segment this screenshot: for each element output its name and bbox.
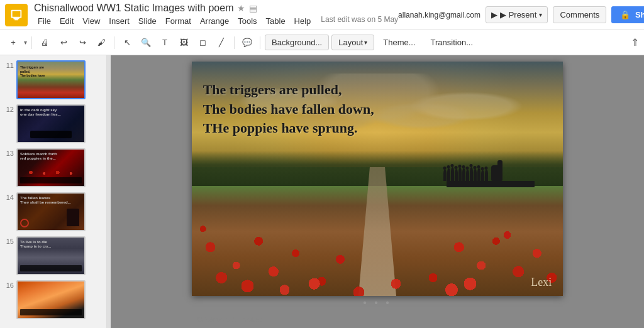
line-button[interactable]: ╱ (213, 35, 230, 51)
theme-label: Theme... (383, 38, 415, 47)
thumb-14-text: The fallen leavesThey shall be remembere… (20, 196, 71, 205)
slide-canvas[interactable]: The triggers are pulled, The bodies have… (192, 62, 563, 296)
thumb-12-text: In the dark night skyone day freedom lie… (20, 108, 61, 117)
slide-thumb-13[interactable]: Soldiers march forthred poppies in the..… (16, 148, 86, 187)
thumb-13-silhouette (20, 177, 82, 183)
slide-thumb-15[interactable]: To live is to dieThump is to cry... (16, 236, 86, 275)
thumb-15-silhouette (20, 265, 82, 271)
background-button[interactable]: Background... (265, 35, 329, 50)
slide-item-16[interactable]: 16 (0, 278, 106, 322)
slide-item-12[interactable]: 12 In the dark night skyone day freedom … (0, 102, 106, 146)
layout-label: Layout (338, 38, 363, 47)
menu-bar: File Edit View Insert Slide Format Arran… (34, 15, 398, 27)
poem-line2: The bodies have fallen down, (203, 100, 374, 119)
thumb-13-poppies (18, 168, 84, 177)
notes-area[interactable]: Click to add notes (192, 311, 563, 328)
menu-view[interactable]: View (79, 15, 104, 27)
present-play-icon: ▶ (491, 10, 497, 19)
poem-line3: THe poppies have sprung. (203, 119, 374, 138)
image-button[interactable]: 🖼 (175, 35, 192, 51)
comment-button[interactable]: 💬 (239, 35, 255, 51)
folder-icon[interactable]: ▤ (249, 3, 257, 13)
present-label: ▶ Present (500, 10, 536, 19)
slide-num-15: 15 (4, 238, 14, 245)
canvas-area: The triggers are pulled, The bodies have… (111, 55, 644, 328)
toolbar-separator-4 (260, 36, 260, 49)
slide-item-11[interactable]: 11 The triggers are pulled, The bodies h… (0, 58, 106, 102)
slide-thumb-12[interactable]: In the dark night skyone day freedom lie… (16, 104, 86, 143)
doc-title-text[interactable]: Chisnallwood WW1 Static Images with poem (34, 3, 233, 14)
layout-button[interactable]: Layout ▾ (331, 35, 374, 50)
toolbar-separator-1 (31, 36, 32, 49)
menu-help[interactable]: Help (291, 15, 315, 27)
svg-rect-3 (14, 19, 18, 20)
slide-thumb-14[interactable]: The fallen leavesThey shall be remembere… (16, 192, 86, 231)
print-button[interactable]: 🖨 (36, 35, 53, 51)
select-button[interactable]: ↖ (119, 35, 135, 51)
zoom-button[interactable]: 🔍 (138, 35, 154, 51)
comments-button[interactable]: Comments (553, 6, 606, 23)
slide-num-12: 12 (4, 106, 14, 113)
share-button[interactable]: 🔒 Share (611, 6, 644, 23)
top-bar: Chisnallwood WW1 Static Images with poem… (0, 0, 644, 30)
menu-file[interactable]: File (34, 15, 55, 27)
poem-text: The triggers are pulled, The bodies have… (203, 80, 374, 138)
menu-arrange[interactable]: Arrange (196, 15, 233, 27)
redo-button[interactable]: ↪ (74, 35, 91, 51)
title-area: Chisnallwood WW1 Static Images with poem… (34, 3, 398, 27)
share-lock-icon: 🔒 (620, 10, 630, 19)
toolbar-separator-3 (234, 36, 235, 49)
add-button[interactable]: + (5, 35, 21, 51)
menu-slide[interactable]: Slide (135, 15, 160, 27)
present-arrow-icon[interactable]: ▾ (539, 11, 542, 18)
toolbar: + ▾ 🖨 ↩ ↪ 🖌 ↖ 🔍 T 🖼 ◻ ╱ 💬 Background... … (0, 30, 644, 55)
scroll-indicator: • • • (363, 297, 392, 309)
slide-item-15[interactable]: 15 To live is to dieThump is to cry... (0, 234, 106, 278)
paint-format-button[interactable]: 🖌 (93, 35, 109, 51)
slide-num-16: 16 (4, 282, 14, 289)
slide-num-14: 14 (4, 194, 14, 201)
slide-num-11: 11 (4, 62, 14, 69)
share-label: Share (635, 10, 644, 19)
slide-item-14[interactable]: 14 The fallen leavesThey shall be rememb… (0, 190, 106, 234)
notes-placeholder[interactable]: Click to add notes (197, 315, 262, 324)
main-area: 11 The triggers are pulled, The bodies h… (0, 55, 644, 328)
doc-title: Chisnallwood WW1 Static Images with poem… (34, 3, 398, 14)
shape-button[interactable]: ◻ (194, 35, 211, 51)
poem-line1: The triggers are pulled, (203, 80, 374, 100)
menu-edit[interactable]: Edit (56, 15, 77, 27)
add-arrow[interactable]: ▾ (24, 39, 27, 46)
menu-insert[interactable]: Insert (105, 15, 133, 27)
top-right-controls: allanah.king@gmail.com ▶ ▶ Present ▾ Com… (398, 6, 644, 23)
expand-toolbar-icon[interactable]: ⇑ (631, 36, 639, 48)
slide-panel[interactable]: 11 The triggers are pulled, The bodies h… (0, 55, 107, 328)
toolbar-separator-2 (114, 36, 114, 49)
last-edit: Last edit was on 5 May (321, 15, 398, 27)
slide-thumb-11[interactable]: The triggers are pulled, The bodies have (16, 60, 86, 99)
slide-num-13: 13 (4, 150, 14, 157)
theme-button[interactable]: Theme... (377, 35, 421, 50)
background-label: Background... (272, 38, 322, 47)
soldiers-group (440, 153, 541, 187)
present-button[interactable]: ▶ ▶ Present ▾ (486, 6, 548, 23)
undo-button[interactable]: ↩ (55, 35, 72, 51)
user-email[interactable]: allanah.king@gmail.com (398, 11, 480, 19)
svg-rect-2 (13, 18, 19, 19)
text-box-button[interactable]: T (157, 35, 173, 51)
slide-item-13[interactable]: 13 Soldiers march forthred poppies in th… (0, 146, 106, 190)
app-icon (5, 4, 28, 26)
layout-caret-icon: ▾ (364, 39, 367, 46)
svg-rect-1 (13, 11, 21, 16)
slide-poppies (192, 174, 563, 296)
menu-tools[interactable]: Tools (234, 15, 260, 27)
slide-author: Lexi (531, 276, 552, 289)
transition-label: Transition... (431, 38, 473, 47)
menu-format[interactable]: Format (162, 15, 195, 27)
thumb-13-text: Soldiers march forthred poppies in the..… (20, 152, 57, 161)
transition-button[interactable]: Transition... (425, 35, 479, 50)
slide-thumb-16[interactable] (16, 280, 86, 319)
thumb-15-text: To live is to dieThump is to cry... (20, 240, 51, 249)
menu-table[interactable]: Table (262, 15, 289, 27)
star-icon[interactable]: ★ (237, 3, 245, 13)
